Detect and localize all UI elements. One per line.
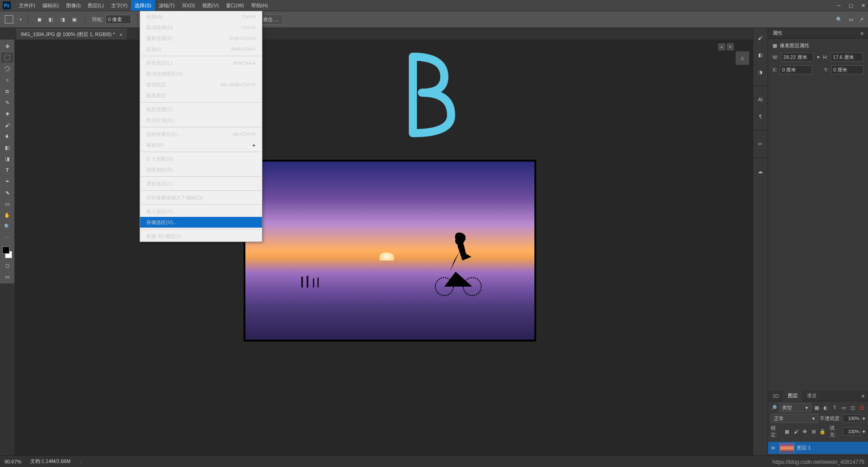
filter-adjust-icon[interactable]: ◐ [822, 404, 829, 411]
menu-type[interactable]: 文字(Y) [108, 0, 131, 11]
menu-select-all[interactable]: 全部(A)Ctrl+A [140, 11, 262, 22]
maximize-icon[interactable]: ▢ [849, 3, 853, 9]
subtract-selection-icon[interactable]: ◨ [58, 15, 67, 24]
x-value-input[interactable] [780, 65, 812, 74]
eraser-tool[interactable]: ◧ [1, 143, 13, 153]
healing-tool[interactable]: ✚ [1, 109, 13, 119]
tab-layers[interactable]: 图层 [783, 391, 802, 401]
filter-shape-icon[interactable]: ▭ [840, 404, 847, 411]
filter-toggle-icon[interactable]: ⏻ [858, 404, 865, 411]
menu-deselect[interactable]: 取消选择(D)Ctrl+D [140, 22, 262, 33]
status-expand-icon[interactable]: › [80, 459, 81, 464]
lock-paint-icon[interactable]: 🖌 [792, 428, 800, 435]
brush-tool[interactable]: 🖌 [1, 120, 13, 130]
hand-tool[interactable]: ✋ [1, 210, 13, 220]
gradient-tool[interactable]: ◨ [1, 154, 13, 164]
marquee-tool[interactable] [1, 53, 13, 63]
menu-similar[interactable]: 选取相似(R) [140, 164, 262, 175]
document-tab[interactable]: IMG_1004.JPG @ 100% (图层 1, RGB/8) * × [16, 29, 127, 40]
search-icon[interactable]: 🔎 [771, 405, 777, 411]
menu-select[interactable]: 选择(S) [131, 0, 155, 11]
tab-3d[interactable]: 3D [768, 391, 783, 401]
menu-quickmask-edit[interactable]: 在快速蒙版模式下编辑(Q) [140, 192, 262, 203]
menu-isolate-layers[interactable]: 隔离图层 [140, 90, 262, 101]
menu-find-layers[interactable]: 查找图层Alt+Shift+Ctrl+F [140, 79, 262, 90]
blend-mode-select[interactable]: 正常▾ [771, 414, 818, 423]
stamp-tool[interactable]: ⧯ [1, 131, 13, 141]
minimize-icon[interactable]: ─ [837, 3, 841, 8]
share-icon[interactable]: ↗ [859, 17, 863, 22]
new-selection-icon[interactable]: ◼ [35, 15, 44, 24]
feather-input[interactable] [106, 15, 131, 24]
menu-load-selection[interactable]: 载入选区(O)... [140, 206, 262, 217]
lock-artboard-icon[interactable]: ⊞ [810, 428, 818, 435]
menu-color-range[interactable]: 色彩范围(C)... [140, 104, 262, 115]
layer-panel-menu-icon[interactable]: ≡ [862, 393, 868, 399]
fill-input[interactable] [843, 427, 861, 436]
menu-new-3d-extrusion[interactable]: 新建 3D 模型(3) [140, 231, 262, 242]
lasso-tool[interactable] [1, 64, 13, 74]
collapse-panel-icon[interactable]: « [718, 43, 725, 50]
lock-position-icon[interactable]: ✥ [801, 428, 809, 435]
opacity-input[interactable] [843, 414, 861, 422]
menu-layer[interactable]: 图层(L) [84, 0, 107, 11]
character-panel-icon[interactable]: A| [755, 94, 766, 105]
add-selection-icon[interactable]: ◧ [46, 15, 55, 24]
width-value-input[interactable] [781, 53, 814, 62]
screenmode-icon[interactable]: ▭ [1, 272, 13, 282]
menu-window[interactable]: 窗口(W) [222, 0, 248, 11]
menu-view[interactable]: 视图(V) [199, 0, 222, 11]
filter-smart-icon[interactable]: ◫ [849, 404, 856, 411]
swatches-panel-icon[interactable]: ◧ [755, 49, 766, 60]
filter-image-icon[interactable]: ▦ [813, 404, 820, 411]
menu-all-layers[interactable]: 所有图层(L)Alt+Ctrl+A [140, 58, 262, 68]
layer-row[interactable]: 👁 图层 1 [768, 442, 868, 454]
magic-wand-tool[interactable]: ✧ [1, 75, 13, 85]
brush-panel-icon[interactable]: 🖌 [755, 32, 766, 43]
menu-select-and-mask[interactable]: 选择并遮住(K)...Alt+Ctrl+R [140, 129, 262, 139]
filter-type-icon[interactable]: T [831, 404, 838, 411]
visibility-icon[interactable]: 👁 [771, 445, 777, 451]
menu-grow[interactable]: 扩大选取(G) [140, 153, 262, 164]
pen-tool[interactable]: ✒ [1, 176, 13, 186]
search-icon[interactable]: 🔍 [836, 17, 842, 22]
more-tools[interactable]: ⋯ [1, 233, 13, 242]
paragraph-panel-icon[interactable]: ¶ [755, 111, 766, 122]
color-swatches[interactable] [1, 246, 13, 259]
menu-deselect-layers[interactable]: 取消选择图层(S) [140, 68, 262, 79]
shape-tool[interactable]: ▭ [1, 199, 13, 209]
y-value-input[interactable] [831, 65, 863, 74]
crop-tool[interactable]: ⧉ [1, 86, 13, 96]
menu-image[interactable]: 图像(I) [63, 0, 84, 11]
zoom-tool[interactable]: 🔍 [1, 221, 13, 231]
menu-inverse[interactable]: 反选(I)Shift+Ctrl+I [140, 44, 262, 54]
tool-preset-icon[interactable] [5, 15, 14, 24]
panel-menu-icon[interactable]: ≡ [861, 31, 863, 36]
intersect-selection-icon[interactable]: ▣ [70, 15, 79, 24]
menu-filter[interactable]: 滤镜(T) [155, 0, 178, 11]
tab-channels[interactable]: 通道 [802, 391, 821, 401]
menu-save-selection[interactable]: 存储选区(V)... [140, 217, 262, 228]
close-panel-icon[interactable]: × [727, 43, 734, 50]
path-select-tool[interactable]: ⬉ [1, 188, 13, 198]
history-panel-icon[interactable]: ⎌ [736, 51, 749, 65]
zoom-level[interactable]: 80.67% [5, 459, 21, 464]
menu-help[interactable]: 帮助(H) [248, 0, 271, 11]
menu-file[interactable]: 文件(F) [15, 0, 39, 11]
workspace-icon[interactable]: ▭ [849, 17, 853, 22]
menu-transform-selection[interactable]: 变换选区(T) [140, 178, 262, 189]
eyedropper-tool[interactable]: ✎ [1, 98, 13, 108]
adjustments-panel-icon[interactable]: ◑ [755, 67, 766, 77]
actions-panel-icon[interactable]: ✂ [755, 139, 766, 149]
lock-all-icon[interactable]: 🔒 [819, 428, 827, 435]
lock-pixels-icon[interactable]: ▦ [783, 428, 791, 435]
canvas-area[interactable]: « × ⎌ [14, 40, 753, 455]
height-value-input[interactable] [831, 53, 863, 62]
close-tab-icon[interactable]: × [119, 32, 122, 37]
menu-focus-area[interactable]: 焦点区域(U)... [140, 115, 262, 126]
doc-size[interactable]: 文档:1.14M/2.66M [30, 458, 70, 465]
layer-filter-select[interactable]: 类型▾ [779, 403, 811, 412]
link-wh-icon[interactable]: ⚭ [816, 54, 820, 60]
chevron-down-icon[interactable]: ▾ [20, 18, 22, 22]
quickmask-icon[interactable]: ◻ [1, 260, 13, 270]
